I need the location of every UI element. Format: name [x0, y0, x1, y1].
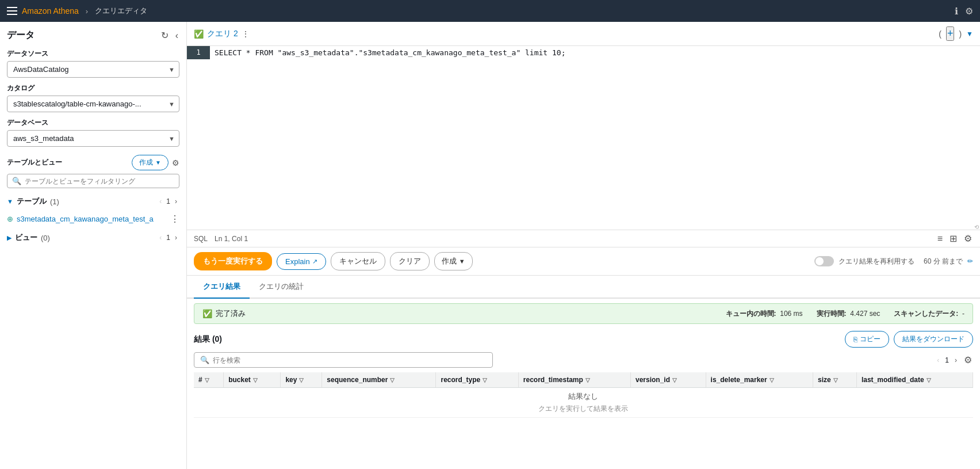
views-section-title: ビュー [15, 232, 37, 243]
col-header-#[interactable]: #▽ [194, 372, 224, 388]
catalog-select[interactable]: s3tablescatalog/table-cm-kawanago-... [7, 96, 179, 112]
tab-query-stats[interactable]: クエリの統計 [250, 276, 313, 299]
query-tab-menu-icon[interactable]: ⋮ [242, 29, 250, 39]
col-header-record_timestamp[interactable]: record_timestamp▽ [518, 372, 630, 388]
reuse-label: クエリ結果を再利用する [839, 257, 914, 266]
reuse-toggle[interactable] [814, 256, 834, 266]
query-tab-name[interactable]: クエリ 2 [207, 29, 238, 39]
sort-icon-#[interactable]: ▽ [205, 377, 209, 383]
results-actions: ⎘ コピー 結果をダウンロード [845, 331, 973, 348]
datasource-select[interactable]: AwsDataCatalog [7, 61, 179, 78]
search-row: 🔍 ‹ 1 › ⚙ [187, 352, 980, 372]
views-next-btn[interactable]: › [173, 232, 179, 243]
col-header-is_delete_marker[interactable]: is_delete_marker▽ [706, 372, 813, 388]
add-query-button[interactable]: + [946, 26, 955, 41]
refresh-icon[interactable]: ↻ [160, 29, 170, 42]
status-right: キュー内の時間: 106 ms 実行時間: 4.427 sec スキャンしたデー… [726, 309, 964, 319]
exec-time: 実行時間: 4.427 sec [817, 309, 881, 319]
cancel-button[interactable]: キャンセル [331, 252, 385, 270]
content-area: ✅ クエリ 2 ⋮ ( + ) ▼ 1 SELECT * FROM "aws_s… [187, 22, 980, 469]
sort-icon-record_type[interactable]: ▽ [483, 377, 487, 383]
page-next-btn[interactable]: › [952, 355, 959, 365]
row-search-input[interactable] [213, 356, 487, 364]
catalog-label: カタログ [7, 83, 179, 93]
sort-icon-last_modified_date[interactable]: ▽ [927, 377, 931, 383]
table-item-label[interactable]: s3metadata_cm_kawanago_meta_test_a [17, 215, 167, 223]
col-header-last_modified_date[interactable]: last_modified_date▽ [856, 372, 973, 388]
page-prev-btn[interactable]: ‹ [935, 355, 941, 365]
code-editor[interactable]: 1 SELECT * FROM "aws_s3_metadata"."s3met… [187, 46, 980, 230]
action-bar-left: もう一度実行する Explain ↗ キャンセル クリア 作成 ▼ [194, 252, 473, 270]
table-search-input[interactable] [25, 177, 174, 185]
menu-icon[interactable] [7, 7, 17, 15]
sort-icon-key[interactable]: ▽ [299, 377, 304, 383]
download-button[interactable]: 結果をダウンロード [894, 331, 973, 348]
query-tab: ✅ クエリ 2 ⋮ [194, 29, 250, 39]
sort-icon-version_id[interactable]: ▽ [672, 377, 677, 383]
sort-icon-bucket[interactable]: ▽ [253, 377, 258, 383]
table-search-wrapper: 🔍 [7, 174, 179, 188]
brand-link[interactable]: Amazon Athena [22, 6, 79, 16]
resize-handle[interactable]: ⟲ [974, 224, 980, 230]
settings-icon[interactable]: ⚙ [965, 6, 973, 17]
tables-prev-btn[interactable]: ‹ [157, 196, 164, 207]
tables-section-title: テーブル [17, 196, 47, 207]
table-view-icon[interactable]: ⊞ [948, 232, 958, 245]
database-label: データベース [7, 118, 179, 128]
main-layout: データ ↻ ‹ データソース AwsDataCatalog ▼ カタログ s3t… [0, 22, 980, 469]
status-success-icon: ✅ [202, 309, 212, 318]
table-body: 結果なし クエリを実行して結果を表示 [194, 388, 973, 418]
editor-footer-right: ≡ ⊞ ⚙ [936, 232, 973, 245]
views-page-num: 1 [166, 234, 170, 242]
database-select-wrapper: aws_s3_metadata ▼ [7, 130, 179, 147]
info-icon[interactable]: ℹ [955, 6, 958, 17]
tables-section-header: ▼ テーブル (1) ‹ 1 › [7, 196, 179, 207]
col-header-record_type[interactable]: record_type▽ [436, 372, 518, 388]
table-item-menu-icon[interactable]: ⋮ [170, 213, 179, 224]
col-header-bucket[interactable]: bucket▽ [224, 372, 281, 388]
sort-icon-record_timestamp[interactable]: ▽ [585, 377, 590, 383]
create-action-button[interactable]: 作成 ▼ [434, 252, 473, 270]
sort-icon-is_delete_marker[interactable]: ▽ [770, 377, 774, 383]
query-tab-right: ( + ) ▼ [939, 26, 973, 41]
copy-button[interactable]: ⎘ コピー [845, 331, 889, 348]
explain-button[interactable]: Explain ↗ [277, 253, 326, 270]
clear-button[interactable]: クリア [390, 252, 430, 270]
views-section-left: ▶ ビュー (0) [7, 232, 50, 243]
views-section-header: ▶ ビュー (0) ‹ 1 › [7, 232, 179, 243]
sidebar-header-actions: ↻ ‹ [160, 29, 179, 42]
tables-next-btn[interactable]: › [173, 196, 179, 207]
sort-icon-size[interactable]: ▽ [833, 377, 838, 383]
format-icon[interactable]: ≡ [936, 232, 944, 245]
paren-close-icon: ) [959, 29, 962, 39]
views-toggle-icon[interactable]: ▶ [7, 234, 12, 242]
no-results-row: 結果なし クエリを実行して結果を表示 [194, 388, 973, 418]
run-button[interactable]: もう一度実行する [194, 252, 272, 270]
code-line-1: 1 SELECT * FROM "aws_s3_metadata"."s3met… [187, 46, 980, 59]
action-bar: もう一度実行する Explain ↗ キャンセル クリア 作成 ▼ クエリ結果を… [187, 247, 980, 276]
tables-views-header: テーブルとビュー 作成 ▼ ⚙ [7, 155, 179, 170]
collapse-icon[interactable]: ‹ [174, 29, 179, 42]
footer-cursor-pos: Ln 1, Col 1 [215, 235, 248, 243]
paren-open-icon[interactable]: ( [939, 29, 941, 39]
reuse-edit-icon[interactable]: ✏ [967, 257, 973, 265]
tables-toggle-icon[interactable]: ▼ [7, 198, 13, 205]
col-header-sequence_number[interactable]: sequence_number▽ [322, 372, 436, 388]
no-results-cell: 結果なし クエリを実行して結果を表示 [194, 388, 973, 418]
views-prev-btn[interactable]: ‹ [157, 232, 164, 243]
query-dropdown-icon[interactable]: ▼ [966, 30, 973, 38]
sort-icon-sequence_number[interactable]: ▽ [390, 377, 395, 383]
table-options-icon[interactable]: ⚙ [963, 353, 973, 367]
database-select[interactable]: aws_s3_metadata [7, 130, 179, 147]
line-content-1[interactable]: SELECT * FROM "aws_s3_metadata"."s3metad… [210, 46, 980, 59]
col-header-key[interactable]: key▽ [281, 372, 322, 388]
results-title: 結果 (0) [194, 334, 222, 345]
editor-settings-icon[interactable]: ⚙ [963, 232, 973, 245]
top-nav-right: ℹ ⚙ [955, 6, 973, 17]
col-header-version_id[interactable]: version_id▽ [631, 372, 706, 388]
create-button[interactable]: 作成 ▼ [132, 155, 169, 170]
create-arrow-icon: ▼ [155, 159, 161, 166]
col-header-size[interactable]: size▽ [813, 372, 857, 388]
tab-query-results[interactable]: クエリ結果 [194, 276, 250, 299]
table-settings-icon[interactable]: ⚙ [172, 158, 179, 167]
